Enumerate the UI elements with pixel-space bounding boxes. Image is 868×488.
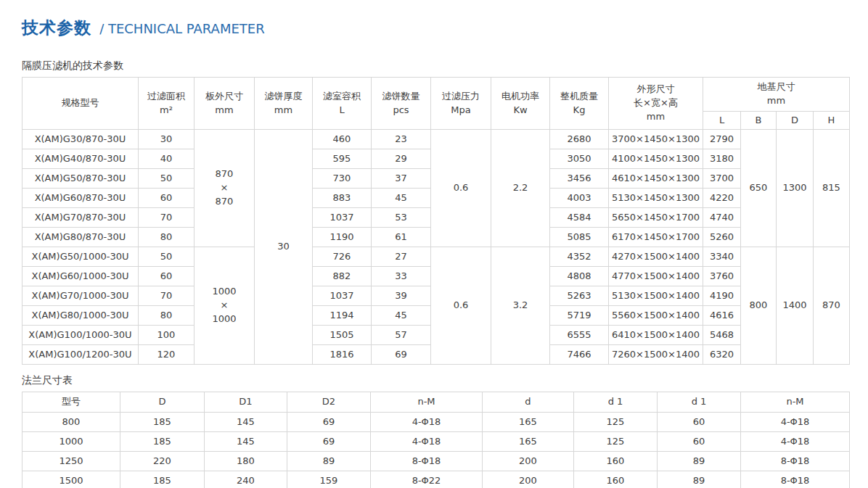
cell-dims: 6410×1500×1400 — [609, 326, 703, 345]
col-header-flange-D1: D1 — [205, 392, 287, 413]
cell-flange-D: 185 — [120, 413, 205, 432]
cell-model: X(AM)G60/870-30U — [22, 189, 139, 208]
col-header-foundation-h: H — [814, 112, 850, 130]
cell-dims: 5650×1450×1700 — [609, 208, 703, 228]
cell-foundation-l: 4740 — [703, 208, 741, 228]
col-header-flange-nM2: n-M — [741, 392, 850, 413]
cell-dims: 4100×1450×1300 — [609, 149, 703, 169]
cell-foundation-l: 3760 — [703, 267, 741, 286]
col-header-flange-d: d — [483, 392, 574, 413]
cell-flange-nM: 4-Φ18 — [371, 413, 483, 432]
col-header-flange-D2: D2 — [287, 392, 371, 413]
flange-row: 800 185 145 69 4-Φ18 165 125 60 4-Φ18 — [22, 413, 850, 432]
cell-flange-D: 220 — [120, 452, 205, 471]
cell-dims: 3700×1450×1300 — [609, 130, 703, 149]
spec-row: X(AM)G50/1000-30U 50 1000 × 1000 726 27 … — [22, 247, 850, 267]
cell-weight: 3050 — [550, 149, 609, 169]
cell-area: 60 — [139, 267, 195, 286]
flange-row: 1000 185 145 69 4-Φ18 165 125 60 4-Φ18 — [22, 432, 850, 452]
cell-dims: 5130×1500×1400 — [609, 286, 703, 306]
cell-model: X(AM)G80/1000-30U — [22, 306, 139, 326]
cell-power: 3.2 — [491, 247, 550, 365]
cell-flange-D1: 180 — [205, 452, 287, 471]
cell-weight: 7466 — [550, 345, 609, 365]
cell-model: X(AM)G100/1000-30U — [22, 326, 139, 345]
cell-area: 120 — [139, 345, 195, 365]
page: 技术参数 / TECHNICAL PARAMETER 隔膜压滤机的技术参数 规格… — [0, 0, 868, 488]
cell-flange-nM2: 4-Φ18 — [741, 432, 850, 452]
cell-volume: 460 — [313, 130, 372, 149]
col-header-cakes: 滤饼数量 pcs — [372, 78, 431, 130]
cell-model: X(AM)G50/870-30U — [22, 169, 139, 189]
cell-flange-D2: 89 — [287, 452, 371, 471]
col-header-flange-D: D — [120, 392, 205, 413]
col-header-weight: 整机质量 Kg — [550, 78, 609, 130]
cell-foundation-d: 1300 — [777, 130, 814, 247]
cell-flange-D: 185 — [120, 432, 205, 452]
cell-flange-d: 200 — [483, 471, 574, 488]
cell-cakes: 29 — [372, 149, 431, 169]
cell-area: 60 — [139, 189, 195, 208]
cell-foundation-l: 3700 — [703, 169, 741, 189]
page-title-zh: 技术参数 — [22, 18, 91, 37]
cell-model: X(AM)G60/1000-30U — [22, 267, 139, 286]
cell-cakes: 39 — [372, 286, 431, 306]
cell-foundation-h: 870 — [814, 247, 850, 365]
header-row: 规格型号 过滤面积 m² 板外尺寸 mm 滤饼厚度 mm 滤室容积 L 滤饼数量… — [22, 78, 850, 112]
cell-cakes: 53 — [372, 208, 431, 228]
cell-dims: 5560×1500×1400 — [609, 306, 703, 326]
cell-flange-d1a: 125 — [574, 432, 658, 452]
cell-foundation-l: 3340 — [703, 247, 741, 267]
col-header-flange-model: 型号 — [22, 392, 120, 413]
cell-foundation-l: 4190 — [703, 286, 741, 306]
cell-cakes: 57 — [372, 326, 431, 345]
cell-foundation-l: 2790 — [703, 130, 741, 149]
cell-flange-model: 1250 — [22, 452, 120, 471]
cell-plate-size: 870 × 870 — [195, 130, 255, 247]
cell-flange-nM2: 8-Φ18 — [741, 471, 850, 488]
cell-plate-size: 1000 × 1000 — [195, 247, 255, 365]
cell-flange-nM: 8-Φ22 — [371, 471, 483, 488]
flange-header-row: 型号 D D1 D2 n-M d d 1 d 1 n-M — [22, 392, 850, 413]
cell-dims: 6170×1450×1700 — [609, 228, 703, 247]
cell-flange-D2: 69 — [287, 432, 371, 452]
cell-foundation-l: 6320 — [703, 345, 741, 365]
cell-flange-d: 200 — [483, 452, 574, 471]
col-header-flange-d1a: d 1 — [574, 392, 658, 413]
cell-area: 70 — [139, 208, 195, 228]
cell-flange-d1b: 60 — [658, 432, 741, 452]
cell-flange-D: 185 — [120, 471, 205, 488]
cell-weight: 5263 — [550, 286, 609, 306]
cell-flange-d: 165 — [483, 432, 574, 452]
cell-weight: 4584 — [550, 208, 609, 228]
cell-cakes: 61 — [372, 228, 431, 247]
cell-weight: 2680 — [550, 130, 609, 149]
cell-volume: 1505 — [313, 326, 372, 345]
cell-area: 70 — [139, 286, 195, 306]
cell-model: X(AM)G80/870-30U — [22, 228, 139, 247]
cell-dims: 4610×1450×1300 — [609, 169, 703, 189]
col-header-power: 电机功率 Kw — [491, 78, 550, 130]
cell-flange-d1a: 160 — [574, 471, 658, 488]
cell-foundation-b: 800 — [741, 247, 777, 365]
cell-volume: 1037 — [313, 208, 372, 228]
flange-row: 1250 220 180 89 8-Φ18 200 160 89 8-Φ18 — [22, 452, 850, 471]
cell-flange-model: 800 — [22, 413, 120, 432]
flange-row: 1500 185 240 159 8-Φ22 200 160 89 8-Φ18 — [22, 471, 850, 488]
cell-volume: 882 — [313, 267, 372, 286]
cell-flange-nM: 8-Φ18 — [371, 452, 483, 471]
cell-flange-D1: 145 — [205, 413, 287, 432]
col-header-volume: 滤室容积 L — [313, 78, 372, 130]
cell-model: X(AM)G30/870-30U — [22, 130, 139, 149]
col-header-foundation-d: D — [777, 112, 814, 130]
cell-weight: 6555 — [550, 326, 609, 345]
cell-flange-nM: 4-Φ18 — [371, 432, 483, 452]
cell-flange-d1a: 160 — [574, 452, 658, 471]
cell-area: 50 — [139, 247, 195, 267]
cell-volume: 883 — [313, 189, 372, 208]
col-header-area: 过滤面积 m² — [139, 78, 195, 130]
cell-area: 50 — [139, 169, 195, 189]
cell-area: 40 — [139, 149, 195, 169]
cell-volume: 1194 — [313, 306, 372, 326]
col-header-flange-nM: n-M — [371, 392, 483, 413]
